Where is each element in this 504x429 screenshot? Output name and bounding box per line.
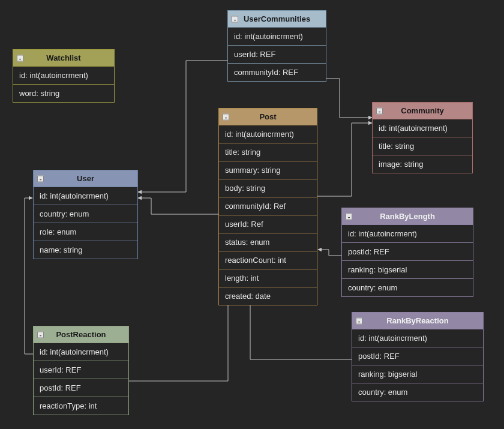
collapse-icon[interactable]: - [376, 107, 383, 114]
entity-row: country: enum [352, 383, 483, 401]
entity-row: communityId: REF [228, 63, 326, 81]
entity-row: body: string [219, 179, 317, 197]
entity-row: ranking: bigserial [352, 365, 483, 383]
collapse-icon[interactable]: - [37, 175, 44, 182]
entity-row-id: id: int(autoincrment) [228, 27, 326, 45]
entity-row: role: enum [34, 223, 137, 241]
entity-title: UserCommunities [244, 14, 310, 23]
entity-row: image: string [373, 155, 472, 173]
entity-postreaction-header: - PostReaction [34, 326, 128, 343]
entity-row-id: id: int(autoincrment) [13, 66, 114, 84]
entity-title: User [77, 174, 94, 183]
entity-community: - Community id: int(autoincrment) title:… [372, 102, 473, 173]
entity-rankbylength-header: - RankByLength [342, 208, 473, 224]
entity-row: userId: REF [34, 361, 128, 379]
entity-rankbylength: - RankByLength id: int(autoincrment) pos… [341, 208, 473, 297]
entity-row: postId: REF [34, 379, 128, 397]
entity-row: summary: string [219, 161, 317, 179]
entity-user: - User id: int(autoincrment) country: en… [33, 170, 138, 259]
entity-row: ranking: bigserial [342, 260, 473, 278]
entity-rankbyreaction-header: - RankByReaction [352, 313, 483, 329]
entity-title: RankByLength [380, 212, 435, 221]
entity-title: Community [401, 106, 444, 115]
entity-row: postId: REF [352, 347, 483, 365]
entity-usercommunities-header: - UserCommunities [228, 11, 326, 27]
entity-row: title: string [219, 143, 317, 161]
entity-community-header: - Community [373, 103, 472, 119]
collapse-icon[interactable]: - [356, 317, 362, 324]
entity-row: title: string [373, 137, 472, 155]
entity-row-id: id: int(autoincrment) [34, 187, 137, 205]
entity-row: name: string [34, 241, 137, 259]
entity-row-id: id: int(autoincrment) [373, 119, 472, 137]
entity-row: reactionCount: int [219, 251, 317, 269]
entity-row: created: date [219, 287, 317, 305]
entity-row: communityId: Ref [219, 197, 317, 215]
entity-row: status: enum [219, 233, 317, 251]
entity-row-id: id: int(autoincrment) [342, 224, 473, 242]
collapse-icon[interactable]: - [223, 113, 229, 120]
entity-row-id: id: int(autoincrment) [352, 329, 483, 347]
entity-title: Watchlist [46, 53, 80, 62]
entity-usercommunities: - UserCommunities id: int(autoincrment) … [227, 10, 326, 82]
entity-row: userId: REF [228, 45, 326, 63]
entity-post: - Post id: int(autoincrment) title: stri… [218, 108, 317, 305]
entity-row: word: string [13, 84, 114, 102]
entity-user-header: - User [34, 170, 137, 187]
entity-watchlist: - Watchlist id: int(autoincrment) word: … [13, 49, 115, 103]
collapse-icon[interactable]: - [346, 213, 352, 220]
entity-row-id: id: int(autoincrment) [34, 343, 128, 361]
entity-title: Post [259, 112, 276, 121]
entity-row: reactionType: int [34, 397, 128, 415]
entity-row-id: id: int(autoincrment) [219, 125, 317, 143]
entity-postreaction: - PostReaction id: int(autoincrment) use… [33, 326, 129, 415]
entity-row: country: enum [342, 278, 473, 296]
collapse-icon[interactable]: - [17, 55, 23, 61]
entity-title: PostReaction [56, 330, 106, 339]
entity-title: RankByReaction [386, 316, 448, 325]
entity-rankbyreaction: - RankByReaction id: int(autoincrment) p… [352, 312, 484, 401]
entity-row: country: enum [34, 205, 137, 223]
collapse-icon[interactable]: - [232, 16, 238, 22]
entity-post-header: - Post [219, 109, 317, 125]
entity-watchlist-header: - Watchlist [13, 50, 114, 66]
entity-row: postId: REF [342, 242, 473, 260]
entity-row: userId: Ref [219, 215, 317, 233]
collapse-icon[interactable]: - [37, 331, 44, 338]
entity-row: length: int [219, 269, 317, 287]
